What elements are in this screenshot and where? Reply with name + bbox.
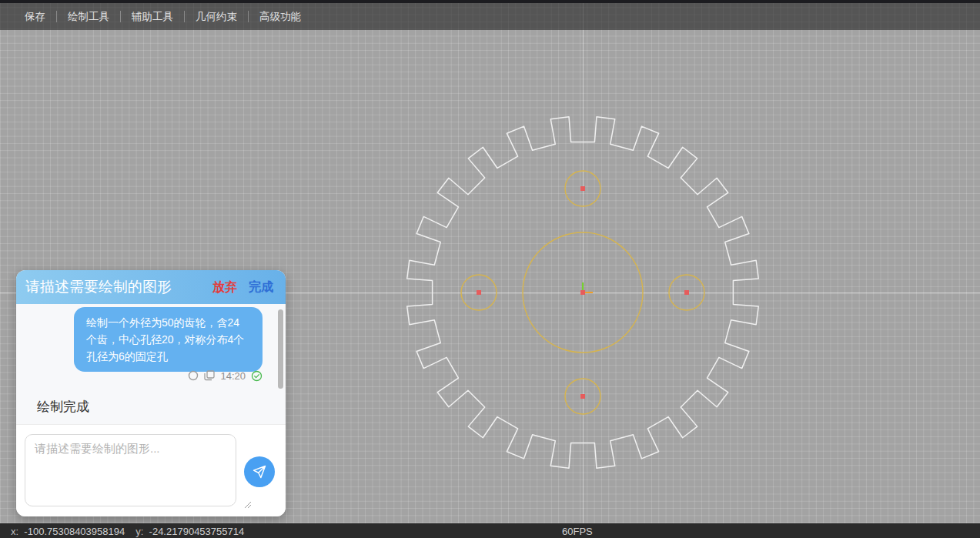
message-meta-row: 14:20 xyxy=(188,369,263,383)
send-button[interactable] xyxy=(244,456,275,487)
menu-item-advanced[interactable]: 高级功能 xyxy=(249,3,312,30)
complete-button[interactable]: 完成 xyxy=(249,279,273,296)
chat-message-list[interactable]: 绘制一个外径为50的齿轮，含24个齿，中心孔径20，对称分布4个孔径为6的固定孔… xyxy=(16,304,286,424)
menu-item-save[interactable]: 保存 xyxy=(14,3,56,30)
menu-item-draw-tools[interactable]: 绘制工具 xyxy=(57,3,120,30)
cursor-x-coordinate: x: -100.75308403958194 xyxy=(11,526,125,537)
menu-bar: 保存 绘制工具 辅助工具 几何约束 高级功能 xyxy=(0,3,980,30)
hole-center-marker[interactable] xyxy=(580,394,585,399)
chat-dialog-header: 请描述需要绘制的图形 放弃 完成 xyxy=(16,270,286,304)
menu-item-geometry-constraints[interactable]: 几何约束 xyxy=(185,3,248,30)
abandon-button[interactable]: 放弃 xyxy=(212,279,237,296)
hole-center-marker[interactable] xyxy=(477,290,481,295)
success-check-icon xyxy=(251,370,263,382)
fps-counter: 60FPS xyxy=(562,526,593,537)
assistant-status-message: 绘制完成 xyxy=(37,398,89,416)
chat-dialog-title: 请描述需要绘制的图形 xyxy=(25,277,212,297)
chat-scrollbar-thumb[interactable] xyxy=(278,309,283,389)
chat-input-area xyxy=(16,425,286,516)
status-bar: x: -100.75308403958194 y: -24.2179045375… xyxy=(0,523,980,538)
resize-grip-icon[interactable] xyxy=(244,498,252,512)
message-timestamp: 14:20 xyxy=(220,370,246,382)
cursor-y-coordinate: y: -24.21790453755714 xyxy=(135,526,244,537)
hole-center-marker[interactable] xyxy=(580,186,585,191)
copy-icon[interactable] xyxy=(204,370,215,381)
gear-center-marker[interactable] xyxy=(580,290,585,295)
chat-dialog: 请描述需要绘制的图形 放弃 完成 绘制一个外径为50的齿轮，含24个齿，中心孔径… xyxy=(16,270,286,516)
regenerate-icon[interactable] xyxy=(188,370,199,381)
user-message-bubble: 绘制一个外径为50的齿轮，含24个齿，中心孔径20，对称分布4个孔径为6的固定孔 xyxy=(74,307,263,372)
send-plane-icon xyxy=(252,464,267,480)
menu-item-aux-tools[interactable]: 辅助工具 xyxy=(121,3,184,30)
chat-input[interactable] xyxy=(25,434,236,506)
hole-center-marker[interactable] xyxy=(684,290,689,295)
